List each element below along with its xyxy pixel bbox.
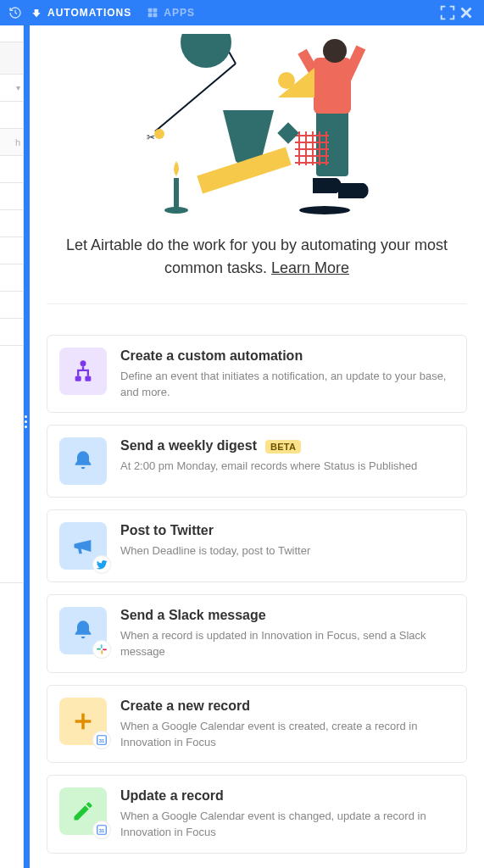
beta-badge: BETA <box>265 440 301 453</box>
bell-icon <box>59 437 107 485</box>
card-update-record[interactable]: 31 Update a record When a Google Calenda… <box>47 775 467 853</box>
workflow-icon <box>59 348 107 395</box>
svg-point-7 <box>323 39 347 63</box>
svg-text:31: 31 <box>99 738 105 743</box>
card-title: Update a record <box>120 787 224 805</box>
close-icon[interactable] <box>457 3 476 22</box>
pencil-icon: 31 <box>59 787 107 835</box>
svg-point-13 <box>181 34 231 68</box>
tab-automations[interactable]: AUTOMATIONS <box>31 7 131 19</box>
plus-icon: 31 <box>59 698 107 745</box>
svg-rect-2 <box>148 14 153 18</box>
slack-icon <box>93 641 110 658</box>
svg-point-31 <box>81 360 86 366</box>
svg-text:31: 31 <box>99 828 105 833</box>
automation-templates-list: Create a custom automation Define an eve… <box>30 335 484 868</box>
divider <box>47 303 467 304</box>
card-desc: When a record is updated in Innovation i… <box>120 628 453 660</box>
intro-text-content: Let Airtable do the work for you by auto… <box>66 236 448 276</box>
search-hint: h <box>15 137 20 147</box>
svg-rect-33 <box>85 376 91 381</box>
card-desc: Define an event that initiates a notific… <box>120 369 453 401</box>
google-calendar-icon: 31 <box>93 821 110 838</box>
intro-text: Let Airtable do the work for you by auto… <box>30 219 484 303</box>
svg-point-30 <box>164 207 188 214</box>
card-slack-message[interactable]: Send a Slack message When a record is up… <box>47 594 467 672</box>
chevron-down-icon[interactable]: ▾ <box>16 83 20 92</box>
svg-rect-36 <box>101 651 103 655</box>
svg-rect-37 <box>103 649 107 651</box>
twitter-icon <box>93 556 110 573</box>
card-desc: When a Google Calendar event is changed,… <box>120 809 453 841</box>
card-title: Send a Slack message <box>120 607 266 625</box>
card-title: Send a weekly digest <box>120 437 257 455</box>
learn-more-link[interactable]: Learn More <box>271 259 349 276</box>
svg-rect-32 <box>75 376 81 381</box>
card-desc: At 2:00 pm Monday, email records where S… <box>120 459 453 475</box>
svg-rect-3 <box>153 14 158 18</box>
tab-apps[interactable]: APPS <box>147 7 195 19</box>
svg-rect-0 <box>148 8 153 13</box>
svg-point-4 <box>299 206 350 214</box>
card-desc: When Deadline is today, post to Twitter <box>120 543 453 559</box>
hero-illustration: ✂ <box>30 25 484 219</box>
svg-point-15 <box>154 129 164 139</box>
card-title: Create a new record <box>120 698 250 715</box>
google-calendar-icon: 31 <box>93 732 110 748</box>
card-title: Post to Twitter <box>120 522 214 540</box>
card-custom-automation[interactable]: Create a custom automation Define an eve… <box>47 335 467 413</box>
svg-rect-28 <box>277 122 298 143</box>
background-table-edge: ▾ h <box>0 25 24 868</box>
drag-handle-icon[interactable] <box>25 415 27 428</box>
fullscreen-icon[interactable] <box>438 3 457 22</box>
svg-rect-29 <box>174 178 179 209</box>
card-desc: When a Google Calendar event is created,… <box>120 719 453 751</box>
automations-panel: ✂ Let Airtable do the work for you by au… <box>30 25 484 868</box>
card-title: Create a custom automation <box>120 348 303 365</box>
card-weekly-digest[interactable]: Send a weekly digest BETA At 2:00 pm Mon… <box>47 425 467 498</box>
megaphone-icon <box>59 522 107 570</box>
panel-resize-strip[interactable] <box>24 25 30 868</box>
tab-apps-label: APPS <box>164 7 195 19</box>
svg-line-10 <box>155 64 236 131</box>
tab-automations-label: AUTOMATIONS <box>47 7 131 19</box>
svg-text:✂: ✂ <box>147 131 155 143</box>
bell-icon <box>59 607 107 654</box>
history-icon[interactable] <box>8 6 22 19</box>
svg-rect-34 <box>101 645 103 649</box>
svg-rect-35 <box>97 648 101 650</box>
card-create-record[interactable]: 31 Create a new record When a Google Cal… <box>47 685 467 763</box>
card-post-twitter[interactable]: Post to Twitter When Deadline is today, … <box>47 509 467 582</box>
panel-header: AUTOMATIONS APPS <box>0 0 484 25</box>
svg-rect-1 <box>153 8 158 13</box>
svg-rect-6 <box>314 58 351 114</box>
